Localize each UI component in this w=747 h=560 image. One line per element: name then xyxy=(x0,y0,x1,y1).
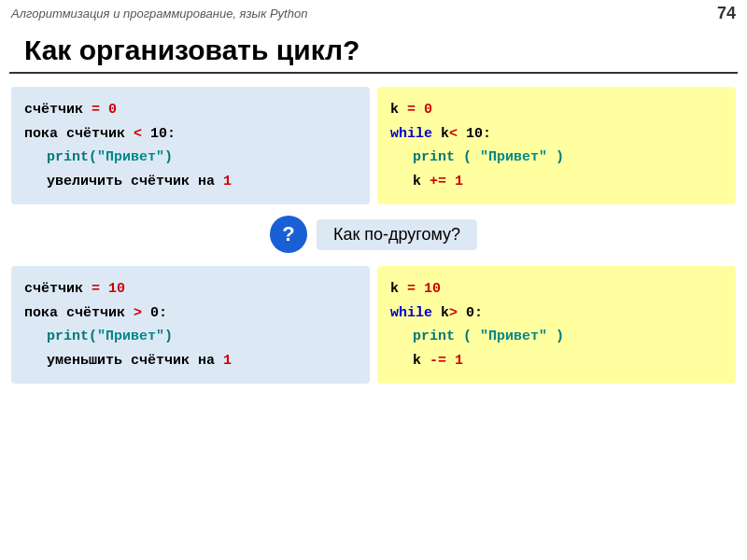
br-line1: k = 10 xyxy=(390,277,723,301)
tr-line2: while k< 10: xyxy=(390,122,723,147)
bl-line3: print("Привет") xyxy=(47,325,357,349)
top-left-code: счётчик = 0 пока счётчик < 10: print("Пр… xyxy=(11,87,370,204)
br-line2: while k> 0: xyxy=(390,301,723,326)
page-title: Как организовать цикл? xyxy=(9,27,738,74)
tr-line4: k += 1 xyxy=(413,170,723,194)
header: Алгоритмизация и программирование, язык … xyxy=(0,0,747,27)
tl-line3: print("Привет") xyxy=(47,146,357,170)
slide-number: 74 xyxy=(717,4,736,23)
question-row: ? Как по-другому? xyxy=(11,216,736,253)
tl-line1: счётчик = 0 xyxy=(24,98,357,122)
br-line4: k -= 1 xyxy=(413,349,723,373)
bot-left-code: счётчик = 10 пока счётчик > 0: print("Пр… xyxy=(11,266,370,384)
bl-line1: счётчик = 10 xyxy=(24,277,357,301)
bl-line2: пока счётчик > 0: xyxy=(24,301,357,326)
tl-line2: пока счётчик < 10: xyxy=(24,122,357,147)
question-icon: ? xyxy=(270,216,307,253)
content-area: счётчик = 0 пока счётчик < 10: print("Пр… xyxy=(0,87,747,384)
tl-line4: увеличить счётчик на 1 xyxy=(47,170,357,194)
bl-line4: уменьшить счётчик на 1 xyxy=(47,349,357,373)
bot-right-code: k = 10 while k> 0: print ( "Привет" ) k … xyxy=(377,266,736,384)
br-line3: print ( "Привет" ) xyxy=(413,325,723,349)
tr-line3: print ( "Привет" ) xyxy=(413,146,723,170)
tr-line1: k = 0 xyxy=(390,98,723,122)
question-label: Как по-другому? xyxy=(317,219,477,250)
top-row: счётчик = 0 пока счётчик < 10: print("Пр… xyxy=(11,87,736,204)
top-right-code: k = 0 while k< 10: print ( "Привет" ) k … xyxy=(377,87,736,204)
header-title: Алгоритмизация и программирование, язык … xyxy=(11,7,307,21)
bottom-row: счётчик = 10 пока счётчик > 0: print("Пр… xyxy=(11,266,736,384)
